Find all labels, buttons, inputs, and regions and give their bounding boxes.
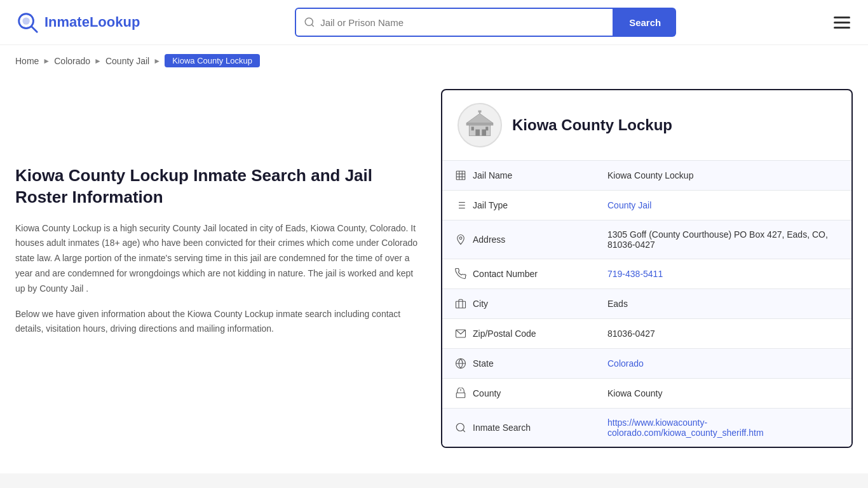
logo[interactable]: InmateLookup: [15, 10, 140, 34]
svg-rect-8: [475, 130, 480, 136]
info-value-cell: Kiowa County: [595, 379, 851, 409]
table-row: Zip/Postal Code81036-0427: [442, 319, 851, 349]
search-input[interactable]: [320, 17, 605, 28]
logo-icon: [15, 10, 39, 34]
info-label-cell: Jail Name: [442, 161, 595, 191]
info-label: Zip/Postal Code: [473, 329, 536, 339]
info-value-cell[interactable]: Colorado: [595, 349, 851, 379]
breadcrumb-chevron-2: ►: [94, 57, 102, 65]
facility-avatar: [458, 103, 502, 147]
breadcrumb-chevron-1: ►: [43, 57, 50, 65]
svg-rect-6: [466, 123, 493, 125]
table-row: Jail NameKiowa County Lockup: [442, 161, 851, 191]
page-title: Kiowa County Lockup Inmate Search and Ja…: [15, 165, 422, 208]
info-label: Inmate Search: [473, 423, 531, 433]
info-value-link[interactable]: Colorado: [607, 358, 644, 369]
breadcrumb-county-jail[interactable]: County Jail: [105, 56, 149, 66]
footer-bar: [0, 473, 868, 488]
search-button[interactable]: Search: [614, 8, 676, 37]
facility-building-icon: [464, 109, 496, 141]
svg-rect-26: [456, 301, 466, 308]
table-row: Address1305 Goff (County Courthouse) PO …: [442, 220, 851, 259]
hamburger-line-3: [834, 27, 850, 29]
svg-point-3: [305, 18, 313, 25]
facility-title: Kiowa County Lockup: [512, 116, 672, 134]
svg-rect-30: [456, 393, 465, 398]
hamburger-line-1: [834, 17, 850, 18]
search-input-wrapper: [295, 8, 614, 37]
info-table: Jail NameKiowa County LockupJail TypeCou…: [442, 161, 851, 447]
page-desc-1: Kiowa County Lockup is a high security C…: [15, 221, 422, 297]
breadcrumb-home[interactable]: Home: [15, 56, 39, 66]
breadcrumb-colorado[interactable]: Colorado: [54, 56, 90, 66]
info-label: Jail Type: [473, 200, 508, 210]
svg-point-2: [22, 17, 29, 24]
svg-rect-10: [471, 127, 474, 131]
info-label-cell: City: [442, 289, 595, 319]
table-row: CityEads: [442, 289, 851, 319]
svg-rect-14: [456, 171, 465, 180]
svg-rect-9: [482, 130, 486, 136]
svg-line-4: [312, 24, 314, 26]
breadcrumb-chevron-3: ►: [153, 57, 161, 65]
info-label-cell: Zip/Postal Code: [442, 319, 595, 349]
main-content: Kiowa County Lockup Inmate Search and Ja…: [0, 76, 868, 473]
svg-point-32: [456, 423, 464, 431]
info-label-cell: State: [442, 349, 595, 379]
info-label: City: [473, 299, 488, 309]
hamburger-menu[interactable]: [831, 14, 853, 31]
svg-rect-11: [485, 127, 488, 131]
table-row: Jail TypeCounty Jail: [442, 191, 851, 220]
svg-line-33: [463, 430, 465, 431]
breadcrumb-current: Kiowa County Lockup: [165, 54, 260, 67]
svg-marker-7: [466, 114, 493, 123]
header: InmateLookup Search: [0, 0, 868, 45]
info-label-cell: County: [442, 379, 595, 409]
facility-card: Kiowa County Lockup Jail NameKiowa Count…: [441, 89, 853, 448]
table-row: Contact Number719-438-5411: [442, 259, 851, 289]
info-value-link[interactable]: 719-438-5411: [607, 269, 663, 279]
breadcrumb: Home ► Colorado ► County Jail ► Kiowa Co…: [0, 45, 868, 76]
svg-point-25: [459, 237, 462, 240]
info-value-cell: Kiowa County Lockup: [595, 161, 851, 191]
info-value-cell: 1305 Goff (County Courthouse) PO Box 427…: [595, 220, 851, 259]
info-label-cell: Address: [442, 220, 595, 259]
info-label: Jail Name: [473, 170, 512, 180]
info-value-link[interactable]: https://www.kiowacounty-colorado.com/kio…: [607, 417, 764, 438]
page-desc-2: Below we have given information about th…: [15, 307, 422, 337]
info-value-cell[interactable]: County Jail: [595, 191, 851, 220]
info-value-cell[interactable]: 719-438-5411: [595, 259, 851, 289]
hamburger-line-2: [834, 22, 850, 24]
svg-line-1: [32, 27, 37, 32]
card-header: Kiowa County Lockup: [442, 90, 851, 161]
logo-text: InmateLookup: [44, 14, 140, 30]
table-row: Inmate Searchhttps://www.kiowacounty-col…: [442, 409, 851, 447]
info-label: Address: [473, 234, 505, 245]
info-value-cell: 81036-0427: [595, 319, 851, 349]
info-label-cell: Contact Number: [442, 259, 595, 289]
info-label-cell: Inmate Search: [442, 409, 595, 447]
left-content: Kiowa County Lockup Inmate Search and Ja…: [15, 89, 422, 448]
info-label: County: [473, 388, 501, 398]
info-label: Contact Number: [473, 269, 538, 279]
svg-rect-13: [478, 111, 482, 112]
search-bar: Search: [295, 8, 676, 37]
info-value-cell: Eads: [595, 289, 851, 319]
search-icon: [304, 17, 315, 28]
info-value-link[interactable]: County Jail: [607, 200, 651, 210]
info-label: State: [473, 358, 494, 369]
info-label-cell: Jail Type: [442, 191, 595, 220]
info-value-cell[interactable]: https://www.kiowacounty-colorado.com/kio…: [595, 409, 851, 447]
table-row: StateColorado: [442, 349, 851, 379]
table-row: CountyKiowa County: [442, 379, 851, 409]
